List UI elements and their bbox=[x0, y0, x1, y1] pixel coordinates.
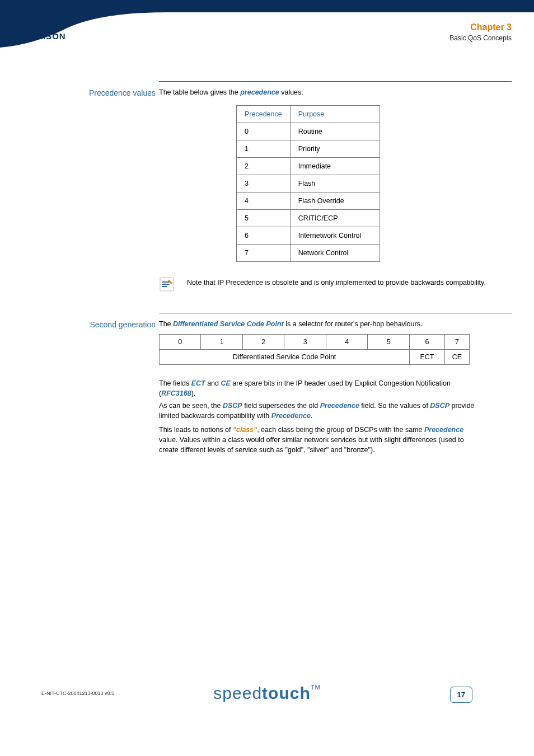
cell: 1 bbox=[201, 335, 242, 350]
chapter-heading: Chapter 3 Basic QoS Concepts bbox=[449, 22, 512, 42]
table-row: 4Flash Override bbox=[237, 192, 380, 210]
note-text: Note that IP Precedence is obsolete and … bbox=[187, 278, 500, 288]
text: , each class being the group of DSCPs wi… bbox=[257, 426, 424, 434]
text: values: bbox=[279, 88, 303, 96]
table-row: 2Immediate bbox=[237, 158, 380, 175]
term-dscp: DSCP bbox=[430, 402, 449, 410]
text: The bbox=[159, 320, 173, 328]
paragraph-dscp-supersedes: As can be seen, the DSCP field supersede… bbox=[159, 401, 478, 421]
term-ect: ECT bbox=[191, 379, 205, 387]
cell: 3 bbox=[284, 335, 326, 350]
text: field supersedes the old bbox=[242, 402, 320, 410]
cell: 1 bbox=[237, 140, 291, 158]
table-header-row: Precedence Purpose bbox=[237, 106, 380, 123]
text: value. Values within a class would offer… bbox=[159, 436, 464, 454]
brand-pre: speed bbox=[213, 684, 262, 702]
note-block: Note that IP Precedence is obsolete and … bbox=[159, 278, 500, 288]
col-precedence: Precedence bbox=[237, 106, 291, 123]
cell: 6 bbox=[237, 227, 291, 245]
cell: 2 bbox=[242, 335, 284, 350]
brand-text: THOMSON bbox=[19, 31, 66, 41]
text: field. So the values of bbox=[359, 402, 430, 410]
cell: 6 bbox=[410, 335, 445, 350]
section-rule bbox=[159, 313, 512, 313]
text: and bbox=[205, 379, 221, 387]
cell: Internetwork Control bbox=[290, 227, 380, 245]
cell: 7 bbox=[237, 245, 291, 262]
section-rule bbox=[159, 81, 512, 82]
cell: 0 bbox=[237, 123, 291, 140]
brand-bold: touch bbox=[262, 684, 311, 702]
precedence-table: Precedence Purpose 0Routine 1Priority 2I… bbox=[236, 105, 380, 262]
paragraph-ect-ce: The fields ECT and CE are spare bits in … bbox=[159, 378, 478, 398]
cell: Priority bbox=[290, 140, 380, 158]
cell: Flash Override bbox=[290, 192, 380, 210]
cell: Flash bbox=[290, 175, 380, 192]
term-ce: CE bbox=[221, 379, 230, 387]
term-precedence: Precedence bbox=[424, 426, 463, 434]
text: As can be seen, the bbox=[159, 402, 223, 410]
cell: 4 bbox=[326, 335, 367, 350]
second-gen-intro: The Differentiated Service Code Point is… bbox=[159, 319, 512, 329]
cell: 3 bbox=[237, 175, 291, 192]
term-dscp: DSCP bbox=[223, 402, 242, 410]
text: This leads to notions of bbox=[159, 426, 233, 434]
chapter-subtitle: Basic QoS Concepts bbox=[449, 34, 512, 42]
text: The fields bbox=[159, 379, 191, 387]
table-row: 3Flash bbox=[237, 175, 380, 192]
term-precedence: Precedence bbox=[320, 402, 359, 410]
table-row: 7Network Control bbox=[237, 245, 380, 262]
cell-ect: ECT bbox=[410, 350, 445, 365]
cell: 7 bbox=[444, 335, 469, 350]
term-class: "class" bbox=[233, 426, 257, 434]
cell: 4 bbox=[237, 192, 291, 210]
bit-row: 0 1 2 3 4 5 6 7 bbox=[160, 335, 470, 350]
cell: CRITIC/ECP bbox=[290, 210, 380, 227]
text: ). bbox=[191, 389, 196, 397]
brand-tm: TM bbox=[311, 684, 321, 691]
cell: 5 bbox=[237, 210, 291, 227]
text: is a selector for router's per-hop behav… bbox=[284, 320, 423, 328]
brand-icon bbox=[19, 17, 66, 31]
dscp-bit-table: 0 1 2 3 4 5 6 7 Differentiated Service C… bbox=[159, 334, 470, 365]
chapter-number: Chapter 3 bbox=[449, 22, 512, 32]
table-row: 6Internetwork Control bbox=[237, 227, 380, 245]
brand-logo: THOMSON bbox=[19, 17, 66, 41]
page-number: 17 bbox=[450, 687, 472, 703]
text: The table below gives the bbox=[159, 88, 240, 96]
cell-dscp: Differentiated Service Code Point bbox=[160, 350, 410, 365]
side-heading-precedence: Precedence values bbox=[66, 88, 156, 97]
field-row: Differentiated Service Code Point ECT CE bbox=[160, 350, 470, 365]
table-row: 5CRITIC/ECP bbox=[237, 210, 380, 227]
term-precedence: precedence bbox=[240, 88, 279, 96]
table-row: 0Routine bbox=[237, 123, 380, 140]
term-rfc3168: RFC3168 bbox=[161, 389, 191, 397]
side-heading-second-gen: Second generation bbox=[66, 320, 156, 329]
table-row: 1Priority bbox=[237, 140, 380, 158]
col-purpose: Purpose bbox=[290, 106, 380, 123]
cell: Routine bbox=[290, 123, 380, 140]
cell: 5 bbox=[368, 335, 410, 350]
term-precedence: Precedence bbox=[271, 412, 311, 420]
term-dscp-long: Differentiated Service Code Point bbox=[173, 320, 284, 328]
cell: Immediate bbox=[290, 158, 380, 175]
cell: Network Control bbox=[290, 245, 380, 262]
text: . bbox=[311, 412, 312, 420]
cell-ce: CE bbox=[444, 350, 469, 365]
precedence-intro: The table below gives the precedence val… bbox=[159, 87, 512, 97]
cell: 0 bbox=[160, 335, 201, 350]
cell: 2 bbox=[237, 158, 291, 175]
paragraph-class: This leads to notions of "class", each c… bbox=[159, 425, 478, 455]
